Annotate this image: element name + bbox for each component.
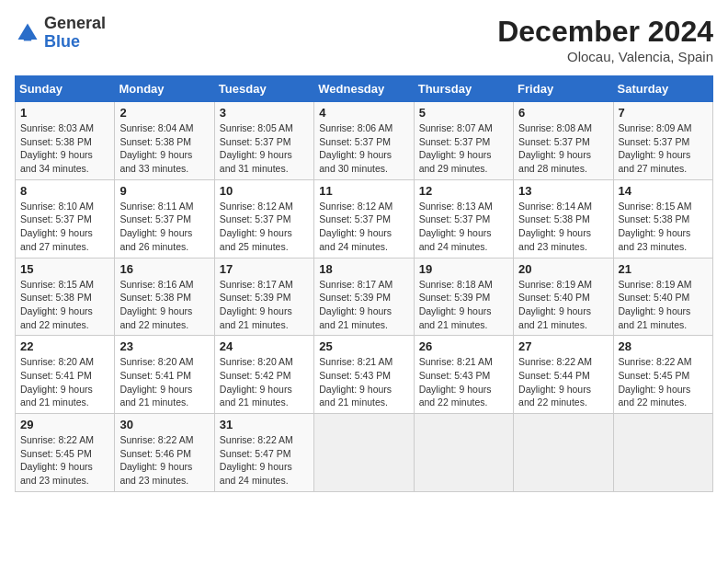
day-detail: Sunrise: 8:20 AM Sunset: 5:41 PM Dayligh… bbox=[119, 355, 209, 409]
day-detail: Sunrise: 8:07 AM Sunset: 5:37 PM Dayligh… bbox=[419, 121, 508, 176]
calendar-cell bbox=[514, 414, 613, 492]
calendar-cell: 17 Sunrise: 8:17 AM Sunset: 5:39 PM Dayl… bbox=[214, 258, 313, 336]
day-number: 31 bbox=[220, 418, 309, 431]
weekday-header-saturday: Saturday bbox=[613, 76, 712, 102]
calendar-cell: 20 Sunrise: 8:19 AM Sunset: 5:40 PM Dayl… bbox=[514, 258, 613, 336]
day-number: 17 bbox=[220, 262, 309, 276]
calendar-cell: 16 Sunrise: 8:16 AM Sunset: 5:38 PM Dayl… bbox=[115, 258, 214, 336]
day-number: 19 bbox=[419, 262, 508, 276]
day-detail: Sunrise: 8:12 AM Sunset: 5:37 PM Dayligh… bbox=[220, 200, 309, 254]
day-detail: Sunrise: 8:12 AM Sunset: 5:37 PM Dayligh… bbox=[319, 200, 408, 254]
day-detail: Sunrise: 8:19 AM Sunset: 5:40 PM Dayligh… bbox=[619, 278, 708, 332]
day-detail: Sunrise: 8:20 AM Sunset: 5:41 PM Dayligh… bbox=[20, 355, 109, 409]
logo-blue-text: Blue bbox=[44, 32, 80, 51]
day-number: 26 bbox=[419, 339, 508, 353]
day-number: 5 bbox=[419, 106, 508, 120]
calendar-cell: 15 Sunrise: 8:15 AM Sunset: 5:38 PM Dayl… bbox=[16, 258, 115, 336]
calendar-week-2: 8 Sunrise: 8:10 AM Sunset: 5:37 PM Dayli… bbox=[16, 179, 713, 258]
day-detail: Sunrise: 8:22 AM Sunset: 5:45 PM Dayligh… bbox=[619, 355, 708, 409]
day-number: 11 bbox=[319, 184, 408, 198]
day-detail: Sunrise: 8:18 AM Sunset: 5:39 PM Dayligh… bbox=[419, 278, 508, 332]
day-number: 16 bbox=[119, 262, 209, 276]
svg-rect-1 bbox=[24, 31, 31, 40]
calendar-cell: 2 Sunrise: 8:04 AM Sunset: 5:38 PM Dayli… bbox=[115, 102, 214, 180]
day-detail: Sunrise: 8:13 AM Sunset: 5:37 PM Dayligh… bbox=[419, 200, 508, 254]
day-number: 28 bbox=[619, 339, 708, 353]
logo-icon bbox=[15, 20, 40, 46]
day-number: 22 bbox=[20, 339, 109, 353]
day-detail: Sunrise: 8:22 AM Sunset: 5:46 PM Dayligh… bbox=[119, 433, 209, 488]
calendar-cell bbox=[613, 414, 712, 492]
calendar-cell: 21 Sunrise: 8:19 AM Sunset: 5:40 PM Dayl… bbox=[613, 258, 712, 336]
day-number: 23 bbox=[119, 339, 209, 353]
day-number: 25 bbox=[319, 339, 408, 353]
logo-general-text: General bbox=[44, 14, 106, 32]
day-detail: Sunrise: 8:17 AM Sunset: 5:39 PM Dayligh… bbox=[220, 278, 309, 332]
day-detail: Sunrise: 8:03 AM Sunset: 5:38 PM Dayligh… bbox=[20, 121, 109, 176]
day-detail: Sunrise: 8:15 AM Sunset: 5:38 PM Dayligh… bbox=[619, 200, 708, 254]
calendar-cell bbox=[314, 414, 414, 492]
calendar-cell: 6 Sunrise: 8:08 AM Sunset: 5:37 PM Dayli… bbox=[514, 102, 613, 180]
day-detail: Sunrise: 8:09 AM Sunset: 5:37 PM Dayligh… bbox=[619, 121, 708, 176]
day-number: 9 bbox=[119, 184, 209, 198]
page-header: General Blue December 2024 Olocau, Valen… bbox=[15, 15, 713, 64]
page-title: December 2024 bbox=[497, 15, 713, 49]
calendar-week-4: 22 Sunrise: 8:20 AM Sunset: 5:41 PM Dayl… bbox=[16, 336, 713, 414]
weekday-header-thursday: Thursday bbox=[414, 76, 513, 102]
day-detail: Sunrise: 8:21 AM Sunset: 5:43 PM Dayligh… bbox=[419, 355, 508, 409]
calendar-cell: 8 Sunrise: 8:10 AM Sunset: 5:37 PM Dayli… bbox=[16, 179, 115, 258]
day-number: 27 bbox=[518, 339, 608, 353]
day-detail: Sunrise: 8:15 AM Sunset: 5:38 PM Dayligh… bbox=[20, 278, 109, 332]
calendar-week-5: 29 Sunrise: 8:22 AM Sunset: 5:45 PM Dayl… bbox=[16, 414, 713, 492]
logo: General Blue bbox=[15, 15, 106, 52]
day-number: 6 bbox=[518, 106, 608, 120]
day-detail: Sunrise: 8:10 AM Sunset: 5:37 PM Dayligh… bbox=[20, 200, 109, 254]
day-number: 18 bbox=[319, 262, 408, 276]
day-number: 1 bbox=[20, 106, 109, 120]
calendar-cell: 14 Sunrise: 8:15 AM Sunset: 5:38 PM Dayl… bbox=[613, 179, 712, 258]
day-number: 4 bbox=[319, 106, 408, 120]
calendar-cell: 9 Sunrise: 8:11 AM Sunset: 5:37 PM Dayli… bbox=[115, 179, 214, 258]
weekday-header-tuesday: Tuesday bbox=[214, 76, 313, 102]
day-number: 7 bbox=[619, 106, 708, 120]
calendar-cell: 24 Sunrise: 8:20 AM Sunset: 5:42 PM Dayl… bbox=[214, 336, 313, 414]
calendar-body: 1 Sunrise: 8:03 AM Sunset: 5:38 PM Dayli… bbox=[16, 102, 713, 492]
day-detail: Sunrise: 8:21 AM Sunset: 5:43 PM Dayligh… bbox=[319, 355, 408, 409]
calendar-cell: 29 Sunrise: 8:22 AM Sunset: 5:45 PM Dayl… bbox=[16, 414, 115, 492]
day-number: 30 bbox=[119, 418, 209, 431]
day-detail: Sunrise: 8:20 AM Sunset: 5:42 PM Dayligh… bbox=[220, 355, 309, 409]
day-number: 10 bbox=[220, 184, 309, 198]
day-detail: Sunrise: 8:08 AM Sunset: 5:37 PM Dayligh… bbox=[518, 121, 608, 176]
weekday-header-monday: Monday bbox=[115, 76, 214, 102]
calendar-cell: 13 Sunrise: 8:14 AM Sunset: 5:38 PM Dayl… bbox=[514, 179, 613, 258]
weekday-header-sunday: Sunday bbox=[16, 76, 115, 102]
calendar-cell: 11 Sunrise: 8:12 AM Sunset: 5:37 PM Dayl… bbox=[314, 179, 414, 258]
day-number: 21 bbox=[619, 262, 708, 276]
calendar-cell: 3 Sunrise: 8:05 AM Sunset: 5:37 PM Dayli… bbox=[214, 102, 313, 180]
page-subtitle: Olocau, Valencia, Spain bbox=[497, 49, 713, 64]
day-detail: Sunrise: 8:16 AM Sunset: 5:38 PM Dayligh… bbox=[119, 278, 209, 332]
weekday-header-wednesday: Wednesday bbox=[314, 76, 414, 102]
day-number: 14 bbox=[619, 184, 708, 198]
calendar-cell: 10 Sunrise: 8:12 AM Sunset: 5:37 PM Dayl… bbox=[214, 179, 313, 258]
day-number: 12 bbox=[419, 184, 508, 198]
day-detail: Sunrise: 8:22 AM Sunset: 5:47 PM Dayligh… bbox=[220, 433, 309, 488]
calendar-cell: 28 Sunrise: 8:22 AM Sunset: 5:45 PM Dayl… bbox=[613, 336, 712, 414]
day-detail: Sunrise: 8:11 AM Sunset: 5:37 PM Dayligh… bbox=[119, 200, 209, 254]
day-detail: Sunrise: 8:22 AM Sunset: 5:45 PM Dayligh… bbox=[20, 433, 109, 488]
day-detail: Sunrise: 8:17 AM Sunset: 5:39 PM Dayligh… bbox=[319, 278, 408, 332]
weekday-header-friday: Friday bbox=[514, 76, 613, 102]
calendar-cell bbox=[414, 414, 513, 492]
day-detail: Sunrise: 8:05 AM Sunset: 5:37 PM Dayligh… bbox=[220, 121, 309, 176]
calendar-cell: 25 Sunrise: 8:21 AM Sunset: 5:43 PM Dayl… bbox=[314, 336, 414, 414]
calendar-cell: 5 Sunrise: 8:07 AM Sunset: 5:37 PM Dayli… bbox=[414, 102, 513, 180]
calendar-header: SundayMondayTuesdayWednesdayThursdayFrid… bbox=[16, 76, 713, 102]
calendar-cell: 19 Sunrise: 8:18 AM Sunset: 5:39 PM Dayl… bbox=[414, 258, 513, 336]
calendar-cell: 23 Sunrise: 8:20 AM Sunset: 5:41 PM Dayl… bbox=[115, 336, 214, 414]
title-block: December 2024 Olocau, Valencia, Spain bbox=[497, 15, 713, 64]
calendar-cell: 30 Sunrise: 8:22 AM Sunset: 5:46 PM Dayl… bbox=[115, 414, 214, 492]
day-number: 20 bbox=[518, 262, 608, 276]
calendar-cell: 18 Sunrise: 8:17 AM Sunset: 5:39 PM Dayl… bbox=[314, 258, 414, 336]
calendar-cell: 4 Sunrise: 8:06 AM Sunset: 5:37 PM Dayli… bbox=[314, 102, 414, 180]
calendar-cell: 22 Sunrise: 8:20 AM Sunset: 5:41 PM Dayl… bbox=[16, 336, 115, 414]
